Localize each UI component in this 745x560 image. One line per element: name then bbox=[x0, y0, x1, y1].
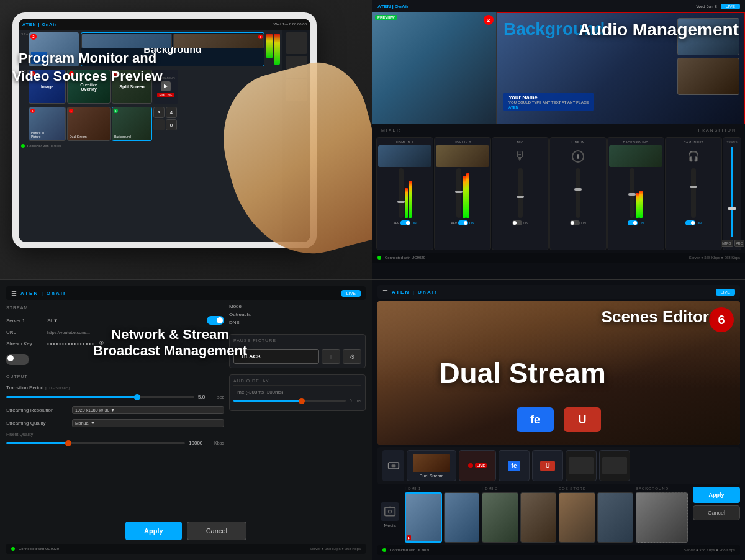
q3-delay-thumb[interactable] bbox=[299, 398, 305, 404]
mixer-fader-handle-5[interactable] bbox=[628, 193, 636, 196]
q3-pause-label: PAUSE PICTURE bbox=[233, 338, 361, 345]
q4-strip-live[interactable]: LIVE bbox=[459, 450, 496, 481]
q2-title: Audio Management bbox=[579, 20, 739, 40]
q1-scene-bg[interactable]: Background 1 bbox=[112, 107, 152, 141]
q1-btn-8[interactable]: 8 bbox=[166, 119, 177, 130]
q2-prog-thumb-2 bbox=[677, 58, 739, 95]
q4-overlay-text: Dual Stream bbox=[439, 356, 605, 390]
mixer-fader-handle-6[interactable] bbox=[690, 186, 697, 188]
q1-status-dot bbox=[21, 144, 25, 148]
mixer-trans-btns: INTRO ARC bbox=[720, 240, 744, 247]
mixer-trans-handle[interactable] bbox=[728, 207, 736, 210]
q3-delay-track[interactable] bbox=[233, 400, 346, 402]
mixer-ch-hdmi2-fader bbox=[456, 168, 469, 218]
q4-cancel-btn[interactable]: Cancel bbox=[693, 505, 740, 520]
q1-scene-pip[interactable]: Picture InPicture 1 bbox=[29, 107, 66, 141]
mixer-ch-cam-fader bbox=[691, 168, 696, 218]
q3-transition-track[interactable] bbox=[6, 396, 194, 398]
mixer-arc-btn[interactable]: ARC bbox=[734, 240, 745, 247]
afv-toggle-6[interactable] bbox=[685, 220, 695, 225]
mixer-fader-track-6[interactable] bbox=[691, 168, 696, 218]
afv-toggle-1[interactable] bbox=[400, 220, 410, 225]
mixer-afv-1: AFV ON bbox=[393, 220, 416, 225]
mixer-fader-track-3[interactable] bbox=[518, 168, 523, 218]
q3-dns-label: DNS bbox=[229, 320, 240, 325]
mixer-on-6: ON bbox=[685, 220, 702, 225]
mixer-fader-handle-4[interactable] bbox=[574, 188, 582, 191]
q3-quality-track[interactable] bbox=[6, 442, 185, 444]
mixer-fader-handle-3[interactable] bbox=[517, 196, 524, 198]
q4-apply-btn[interactable]: Apply bbox=[693, 487, 740, 503]
q4-strip-u[interactable]: U bbox=[532, 450, 563, 481]
q3-live-btn[interactable]: LIVE bbox=[341, 290, 361, 297]
mixer-fader-track-1[interactable] bbox=[399, 168, 404, 218]
q4-status-text: Connected with UC9020 bbox=[390, 548, 430, 552]
afv-toggle-5[interactable] bbox=[628, 220, 638, 225]
vu-bar-2r bbox=[466, 173, 469, 218]
q3-quality-thumb[interactable] bbox=[65, 440, 71, 446]
q1-btn-3[interactable]: 3 bbox=[153, 107, 165, 118]
q3-url-value: https://youtube.com/... bbox=[47, 330, 224, 335]
q1-scene-dual[interactable]: Dual Stream 1 bbox=[67, 107, 111, 141]
q4-bg-thumb-1[interactable] bbox=[636, 492, 688, 543]
afv-toggle-2[interactable] bbox=[458, 220, 468, 225]
mixer-ch-mic-fader bbox=[518, 168, 523, 218]
mixer-fader-handle-1[interactable] bbox=[397, 201, 405, 203]
q3-resolution-select[interactable]: 1920 x1080 @ 30 ▼ bbox=[72, 406, 224, 414]
q4-hdmi2-thumb-2[interactable] bbox=[520, 492, 557, 543]
q3-btn-pause[interactable]: ⏸ bbox=[322, 349, 340, 364]
q3-menu-icon[interactable]: ☰ bbox=[11, 290, 17, 297]
q4-strip-fb[interactable]: fe bbox=[499, 450, 530, 481]
mixer-fader-handle-2[interactable] bbox=[455, 191, 463, 193]
mixer-vu-1 bbox=[405, 168, 412, 218]
q4-strip-empty bbox=[566, 450, 597, 481]
q1-mix-live-btn[interactable]: MIX LIVE bbox=[157, 93, 174, 97]
q2-live-btn[interactable]: LIVE bbox=[721, 4, 740, 9]
q3-resolution-value: 1920 x1080 @ 30 bbox=[75, 408, 109, 412]
q1-scene-creative[interactable]: 1 CreativeOverlay bbox=[67, 70, 111, 104]
mixer-fader-track-5[interactable] bbox=[630, 168, 634, 218]
q3-quality-select[interactable]: Manual ▼ bbox=[72, 419, 224, 427]
q4-hdmi1-thumb-2[interactable] bbox=[444, 492, 480, 543]
mixer-on-5: ON bbox=[628, 220, 644, 225]
q3-apply-btn[interactable]: Apply bbox=[125, 522, 182, 540]
q4-eos-thumb-2[interactable] bbox=[597, 492, 634, 543]
mixer-linein-knob-line bbox=[577, 154, 579, 159]
q3-transition-value: 5.0 bbox=[198, 394, 214, 400]
q1-scene-split[interactable]: 1 Split Screen bbox=[112, 70, 152, 104]
q2-logo: ATEN | OnAir bbox=[377, 4, 409, 9]
q4-hdmi2-thumb-1[interactable] bbox=[482, 492, 518, 543]
q4-status-bar: Connected with UC9020 Server ● 368 Kbps … bbox=[377, 545, 740, 555]
q3-main-toggle[interactable] bbox=[6, 354, 29, 365]
q4-media-icon bbox=[381, 502, 399, 521]
q2-preview-label: PREVIEW bbox=[375, 15, 397, 20]
afv-toggle-3[interactable] bbox=[512, 220, 522, 225]
q4-menu-icon[interactable]: ☰ bbox=[382, 289, 388, 296]
q3-delay-min: 0 bbox=[350, 399, 352, 403]
mixer-fader-track-2[interactable] bbox=[456, 168, 461, 218]
q4-hdmi1-thumb-1[interactable]: ▶ bbox=[405, 492, 442, 543]
q3-btn-settings[interactable]: ⚙ bbox=[343, 349, 361, 364]
afv-toggle-4[interactable] bbox=[570, 220, 580, 225]
mixer-ch-cam-label: CAM INPUT bbox=[684, 140, 703, 144]
q3-server-toggle[interactable] bbox=[207, 316, 224, 325]
q1-preview-area: 2 Your Name PROGRAM 7 Background bbox=[29, 32, 264, 66]
q4-hdmi2-label: HDMI 2 bbox=[482, 487, 556, 490]
q3-transition-thumb[interactable] bbox=[134, 394, 140, 400]
q3-btn-black[interactable]: BLACK bbox=[233, 349, 319, 364]
q1-btn-4[interactable]: 4 bbox=[166, 107, 177, 118]
q4-hdmi2-section: HDMI 2 bbox=[482, 487, 556, 543]
q4-bg-section: Background bbox=[636, 487, 688, 543]
q1-preview-thumb: 2 Your Name bbox=[29, 32, 79, 66]
q3-cancel-btn[interactable]: Cancel bbox=[187, 522, 246, 540]
q4-strip-dual[interactable]: Dual Stream bbox=[407, 450, 456, 481]
q4-live-btn[interactable]: LIVE bbox=[716, 289, 735, 296]
q1-scene-image[interactable]: 1 Image bbox=[29, 70, 66, 104]
q2-mixer-header: MIXER TRANSITION bbox=[372, 124, 745, 135]
mixer-trans-label: TRANS bbox=[727, 140, 738, 144]
mixer-trans-fader[interactable] bbox=[731, 147, 733, 237]
q3-streamkey-eye[interactable]: 👁 bbox=[99, 340, 104, 346]
q1-stream-btn[interactable]: ▶ bbox=[161, 81, 171, 91]
mixer-fader-track-4[interactable] bbox=[576, 168, 580, 218]
q4-eos-thumb-1[interactable] bbox=[559, 492, 595, 543]
